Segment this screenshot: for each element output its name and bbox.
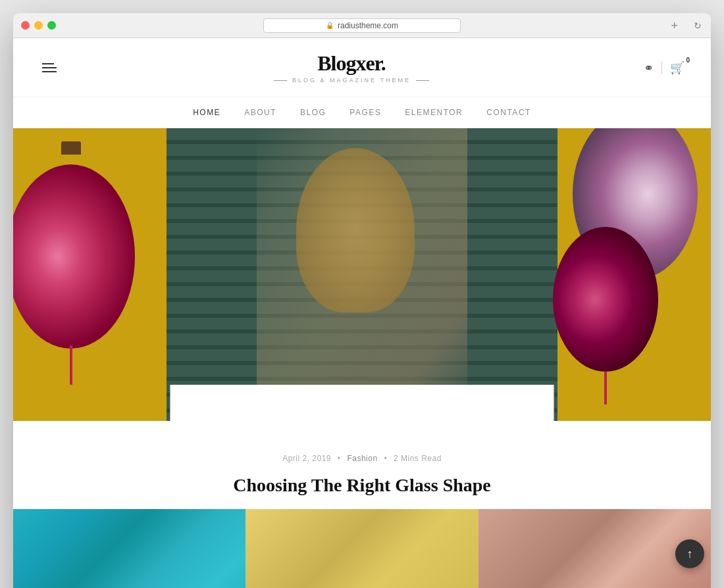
thumb-2[interactable] [246,509,478,588]
lantern-left-body [13,164,135,349]
main-nav: HOME ABOUT BLOG PAGES ELEMENTOR CONTACT [13,97,711,128]
nav-contact[interactable]: CONTACT [486,108,531,117]
cart-icon: 🛒 [670,61,685,74]
dot-1: • [338,454,341,463]
lantern-left-top [61,141,81,155]
dot-2: • [384,454,387,463]
lantern-right-bottom [553,227,658,385]
site-content: Blogxer. BLOG & MAGAZINE THEME ⚭ 🛒 0 HOM… [13,38,711,588]
lantern-right-bottom-body [553,227,658,372]
scroll-top-button[interactable]: ↑ [675,539,704,568]
post-read-time: 2 Mins Read [394,454,442,463]
thumb-1[interactable] [13,509,246,588]
search-icon[interactable]: ⚭ [644,61,654,75]
hamburger-line-2 [42,67,57,68]
post-title[interactable]: Choosing The Right Glass Shape [13,470,711,509]
address-bar[interactable]: 🔒 radiustheme.com [263,18,461,33]
post-category: Fashion [347,454,377,463]
site-header: Blogxer. BLOG & MAGAZINE THEME ⚭ 🛒 0 [13,38,711,97]
minimize-button[interactable] [34,21,43,30]
site-logo[interactable]: Blogxer. BLOG & MAGAZINE THEME [274,51,429,84]
mac-window: 🔒 radiustheme.com ↻ + Blogxer. BLOG & MA… [13,13,711,588]
url-text: radiustheme.com [338,21,398,30]
nav-pages[interactable]: PAGES [349,108,381,117]
logo-tagline: BLOG & MAGAZINE THEME [274,77,429,84]
header-actions: ⚭ 🛒 0 [644,61,685,75]
logo-text: Blogxer. [274,51,429,76]
window-buttons [21,21,56,30]
lantern-left [13,141,135,345]
lantern-left-tassel [70,345,72,385]
scroll-top-icon: ↑ [687,547,693,561]
hero-caption-bg [170,385,554,421]
cart-count: 0 [686,57,690,64]
cart-button[interactable]: 🛒 0 [670,61,685,75]
post-date: April 2, 2019 [282,454,331,463]
hamburger-menu[interactable] [39,61,59,75]
hamburger-line-1 [42,63,54,64]
nav-blog[interactable]: BLOG [300,108,326,117]
hero-image [13,128,711,421]
person-figure [257,128,467,421]
titlebar: 🔒 radiustheme.com ↻ + [13,13,711,38]
thumbnail-grid [13,509,711,588]
hamburger-line-3 [42,71,57,72]
new-tab-button[interactable]: + [671,20,678,32]
post-meta: April 2, 2019 • Fashion • 2 Mins Read [13,454,711,463]
nav-elementor[interactable]: ELEMENTOR [405,108,463,117]
divider [661,61,662,74]
lantern-right-bottom-tassel [604,372,607,404]
nav-about[interactable]: ABOUT [244,108,276,117]
lock-icon: 🔒 [326,22,334,29]
post-meta-section: April 2, 2019 • Fashion • 2 Mins Read [13,441,711,470]
hair-patch [296,148,415,312]
maximize-button[interactable] [47,21,56,30]
close-button[interactable] [21,21,30,30]
reload-button[interactable]: ↻ [694,20,702,31]
nav-home[interactable]: HOME [193,108,220,117]
